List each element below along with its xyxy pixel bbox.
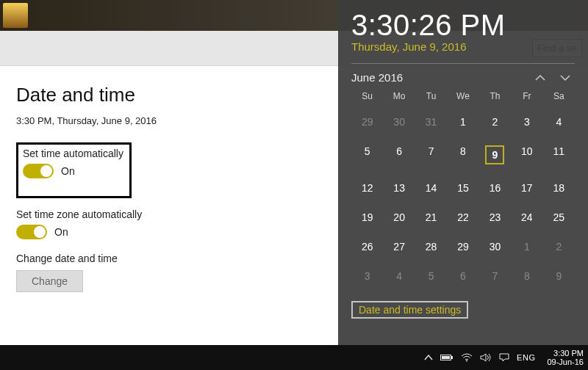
svg-rect-2	[442, 356, 450, 359]
calendar-day-cell[interactable]: 7	[479, 267, 511, 285]
calendar-day-cell[interactable]: 7	[415, 142, 447, 167]
set-time-auto-state: On	[61, 165, 75, 177]
calendar-dow-cell: Sa	[543, 91, 575, 101]
calendar-day-cell[interactable]: 29	[351, 113, 383, 131]
set-time-auto-toggle[interactable]	[23, 164, 54, 178]
calendar-day-cell[interactable]: 1	[447, 113, 478, 131]
calendar-day-cell[interactable]: 21	[415, 208, 447, 226]
calendar-day-cell[interactable]: 10	[511, 142, 542, 167]
calendar-day-cell[interactable]: 24	[511, 208, 542, 226]
calendar-next-month[interactable]	[560, 74, 570, 81]
calendar-week-row: 567891011	[351, 142, 575, 167]
calendar-day-cell[interactable]: 8	[511, 267, 542, 285]
calendar-week-row: 2930311234	[351, 113, 575, 131]
taskbar-clock[interactable]: 3:30 PM 09-Jun-16	[547, 349, 584, 366]
calendar-week-row: 19202122232425	[351, 208, 575, 226]
set-time-auto-label: Set time automatically	[23, 148, 123, 159]
calendar-day-cell[interactable]: 14	[415, 179, 447, 197]
calendar-month-label: June 2016	[351, 71, 403, 84]
calendar-day-cell[interactable]: 17	[511, 179, 542, 197]
calendar-day-cell[interactable]: 31	[415, 113, 447, 131]
divider	[351, 63, 575, 64]
change-button[interactable]: Change	[16, 270, 83, 292]
toggle-knob	[34, 226, 46, 238]
calendar-day-cell[interactable]: 8	[447, 142, 478, 167]
action-center-icon[interactable]	[499, 353, 509, 362]
desktop-thumbnail	[3, 3, 28, 28]
calendar-day-cell[interactable]: 1	[511, 238, 542, 255]
calendar-day-cell[interactable]: 3	[511, 113, 542, 131]
flyout-date: Thursday, June 9, 2016	[351, 40, 575, 53]
calendar-day-cell[interactable]: 28	[415, 238, 447, 255]
date-time-settings-link[interactable]: Date and time settings	[351, 301, 468, 319]
set-zone-auto-state: On	[54, 226, 68, 238]
calendar-day-cell[interactable]: 5	[351, 142, 383, 167]
calendar-day-cell[interactable]: 11	[543, 142, 575, 167]
toggle-knob	[40, 165, 52, 177]
language-indicator[interactable]: ENG	[517, 353, 535, 362]
calendar-day-cell[interactable]: 29	[447, 238, 478, 255]
flyout-time: 3:30:26 PM	[351, 9, 575, 42]
calendar-day-cell[interactable]: 5	[415, 267, 447, 285]
calendar-day-cell[interactable]: 23	[479, 208, 511, 226]
highlight-box-set-time-auto: Set time automatically On	[16, 142, 132, 198]
calendar-day-cell[interactable]: 2	[479, 113, 511, 131]
calendar-dow-cell: Su	[351, 91, 383, 101]
calendar-prev-month[interactable]	[535, 74, 545, 81]
calendar-month-row: June 2016	[351, 71, 575, 84]
calendar-day-cell[interactable]: 12	[351, 179, 383, 197]
calendar-day-cell[interactable]: 30	[479, 238, 511, 255]
tray-overflow-icon[interactable]	[424, 354, 433, 361]
settings-panel: Date and time 3:30 PM, Thursday, June 9,…	[0, 66, 338, 345]
change-datetime-label: Change date and time	[16, 253, 322, 264]
calendar-day-cell[interactable]: 9	[479, 142, 511, 167]
calendar-dow-cell: Mo	[383, 91, 415, 101]
calendar-dow-row: SuMoTuWeThFrSa	[351, 91, 575, 101]
calendar-day-cell[interactable]: 25	[543, 208, 575, 226]
calendar-week-row: 3456789	[351, 267, 575, 285]
calendar-dow-cell: Th	[479, 91, 511, 101]
volume-icon[interactable]	[480, 353, 492, 362]
chevron-down-icon	[560, 74, 570, 81]
calendar-day-cell[interactable]: 15	[447, 179, 478, 197]
page-title: Date and time	[16, 84, 322, 106]
calendar-day-cell[interactable]: 27	[383, 238, 415, 255]
svg-point-3	[466, 360, 467, 362]
calendar-body: 2930311234567891011121314151617181920212…	[351, 113, 575, 285]
calendar-dow-cell: Tu	[415, 91, 447, 101]
calendar-day-cell[interactable]: 4	[543, 113, 575, 131]
calendar-dow-cell: Fr	[511, 91, 542, 101]
chevron-up-icon	[535, 74, 545, 81]
clock-calendar-flyout: 3:30:26 PM Thursday, June 9, 2016 June 2…	[338, 0, 588, 345]
current-datetime-text: 3:30 PM, Thursday, June 9, 2016	[16, 115, 322, 126]
svg-rect-1	[451, 356, 453, 359]
calendar-day-cell[interactable]: 4	[383, 267, 415, 285]
calendar-day-cell[interactable]: 16	[479, 179, 511, 197]
taskbar: ENG 3:30 PM 09-Jun-16	[0, 345, 588, 370]
calendar-day-cell[interactable]: 19	[351, 208, 383, 226]
wifi-icon[interactable]	[461, 353, 473, 362]
calendar-dow-cell: We	[447, 91, 478, 101]
system-tray: ENG 3:30 PM 09-Jun-16	[424, 349, 584, 366]
battery-icon[interactable]	[440, 354, 453, 361]
calendar-day-cell[interactable]: 30	[383, 113, 415, 131]
calendar-day-cell[interactable]: 18	[543, 179, 575, 197]
calendar-day-cell[interactable]: 22	[447, 208, 478, 226]
calendar-day-cell[interactable]: 13	[383, 179, 415, 197]
calendar-day-cell[interactable]: 26	[351, 238, 383, 255]
taskbar-clock-date: 09-Jun-16	[547, 358, 584, 366]
taskbar-clock-time: 3:30 PM	[547, 349, 584, 358]
calendar-week-row: 12131415161718	[351, 179, 575, 197]
calendar-week-row: 262728293012	[351, 238, 575, 255]
set-zone-auto-toggle[interactable]	[16, 225, 47, 239]
set-zone-auto-label: Set time zone automatically	[16, 208, 322, 220]
calendar-day-cell[interactable]: 9	[543, 267, 575, 285]
calendar-today-marker: 9	[485, 145, 504, 164]
calendar-day-cell[interactable]: 20	[383, 208, 415, 226]
calendar-day-cell[interactable]: 3	[351, 267, 383, 285]
calendar-day-cell[interactable]: 6	[447, 267, 478, 285]
calendar-day-cell[interactable]: 6	[383, 142, 415, 167]
calendar-day-cell[interactable]: 2	[543, 238, 575, 255]
